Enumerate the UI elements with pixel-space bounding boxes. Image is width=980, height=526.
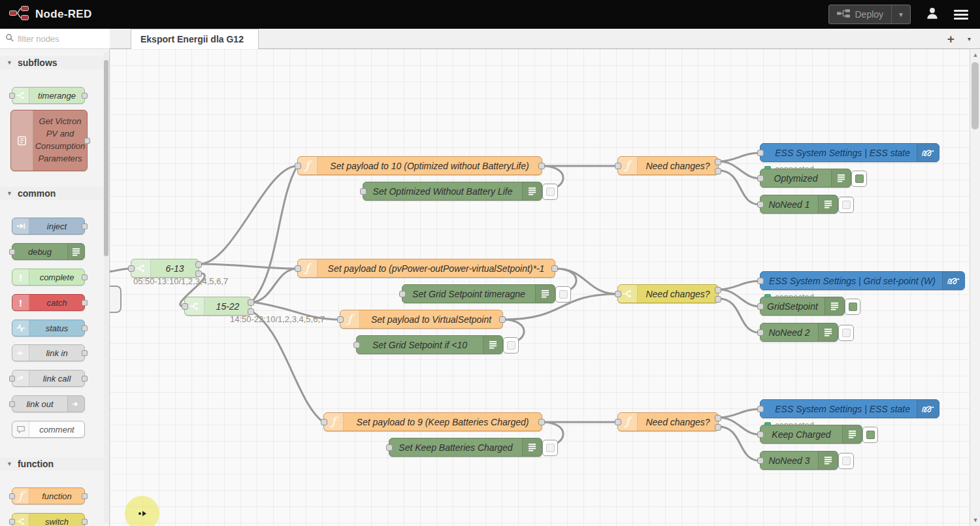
port-out[interactable] [499, 316, 506, 323]
palette-category-subflows[interactable]: ▼ subflows [0, 56, 105, 69]
palette-node-debug[interactable]: debug [12, 243, 85, 260]
port-out[interactable] [248, 308, 254, 315]
flow-node-ess-state-1[interactable]: ESS System Settings | ESS state [760, 143, 939, 162]
port-in[interactable] [615, 419, 621, 425]
flow-node-need-changes-1[interactable]: ƒ Need changes? [617, 156, 719, 175]
port-out[interactable] [195, 261, 202, 268]
palette-node-comment[interactable]: comment [12, 421, 85, 438]
flow-node-debug-noneed-3[interactable]: NoNeed 3 [760, 451, 838, 470]
port-in[interactable] [757, 175, 764, 182]
port-in[interactable] [757, 457, 764, 464]
flow-node-need-changes-2[interactable]: Need changes? [617, 284, 719, 303]
scrollbar-thumb[interactable] [972, 62, 979, 129]
debug-toggle-button[interactable] [838, 453, 854, 469]
add-flow-icon[interactable]: + [947, 32, 955, 46]
port-in[interactable] [615, 291, 621, 297]
palette-node-catch[interactable]: ! catch [12, 294, 85, 311]
port-out[interactable] [538, 419, 545, 425]
palette-node-function[interactable]: ƒ function [12, 487, 85, 504]
port-in[interactable] [757, 278, 764, 284]
palette-node-link-out[interactable]: link out [12, 395, 85, 412]
tab-eksport-energii[interactable]: Eksport Energii dla G12 [131, 29, 259, 49]
debug-toggle-button[interactable] [851, 171, 867, 187]
port-in[interactable] [182, 303, 188, 310]
palette-node-link-call[interactable]: link call [12, 370, 85, 387]
port-in[interactable] [128, 265, 135, 272]
port-in[interactable] [386, 444, 393, 451]
palette-node-inject[interactable]: inject [12, 218, 85, 235]
debug-toggle-button[interactable] [838, 325, 854, 341]
port-in[interactable] [295, 163, 301, 169]
flow-node-timerange-15-22[interactable]: 15-22 [184, 297, 252, 316]
port-out[interactable] [538, 163, 545, 169]
debug-toggle-button[interactable] [862, 427, 878, 443]
debug-toggle-button[interactable] [845, 299, 860, 315]
palette-node-timerange[interactable]: timerange [12, 87, 85, 104]
port-out[interactable] [715, 415, 721, 421]
debug-toggle-button[interactable] [555, 286, 571, 303]
port-out[interactable] [715, 168, 721, 174]
port-out[interactable] [715, 287, 721, 293]
palette-node-link-in[interactable]: link in [12, 344, 85, 361]
flow-node-debug-set-optimized[interactable]: Set Optimized Without Battery Life [363, 182, 542, 201]
palette-category-common[interactable]: ▼ common [0, 187, 105, 200]
port-in[interactable] [757, 329, 764, 336]
flow-node-ess-grid-setpoint[interactable]: ESS System Settings | Grid set-point (W) [760, 271, 965, 290]
palette-node-get-victron[interactable]: Get Victron PV and Consumption Parameter… [10, 110, 88, 171]
port-in[interactable] [353, 342, 360, 348]
port-in[interactable] [399, 291, 406, 297]
palette-category-function[interactable]: ▼ function [0, 457, 105, 470]
flow-node-debug-gridsetpoint[interactable]: GridSetpoint [760, 297, 845, 316]
port-in[interactable] [757, 431, 764, 438]
scroll-up-icon[interactable]: ▲ [970, 52, 980, 58]
port-out[interactable] [248, 299, 254, 306]
flow-node-set-payload-virtualsetpoint[interactable]: ƒ Set payload to VirtualSetpoint [340, 310, 503, 329]
port-in[interactable] [360, 188, 367, 195]
port-in[interactable] [757, 150, 764, 156]
port-in[interactable] [757, 201, 764, 208]
port-in[interactable] [757, 406, 764, 412]
flow-node-timerange-6-13[interactable]: 6-13 [131, 259, 199, 278]
flow-node-debug-grid-setpoint-if[interactable]: Set Grid Setpoint if <10 [356, 335, 503, 354]
flow-node-debug-grid-setpoint-timerange[interactable]: Set Grid Setpoint timeragne [402, 284, 555, 303]
main-menu-icon[interactable] [954, 10, 968, 20]
offscreen-node-edge[interactable] [110, 286, 122, 313]
port-out[interactable] [715, 159, 721, 165]
palette-node-status[interactable]: status [12, 320, 85, 337]
flow-canvas[interactable]: 05:50-13:10/1,2,3,4,5,6,7 14:50-22:10/1,… [110, 49, 970, 526]
palette-search[interactable] [0, 29, 110, 49]
palette-scrollbar[interactable] [104, 52, 108, 523]
flow-node-debug-optymized[interactable]: Optymized [760, 169, 851, 188]
user-icon[interactable] [925, 6, 939, 23]
port-in[interactable] [321, 419, 327, 425]
flow-node-debug-keep-batteries[interactable]: Set Keep Batteries Charged [389, 438, 542, 457]
port-out[interactable] [551, 265, 558, 272]
flow-node-debug-keep-charged[interactable]: Keep Charged [760, 425, 862, 444]
port-out[interactable] [195, 271, 202, 277]
port-out[interactable] [715, 424, 721, 431]
deploy-button[interactable]: Deploy ▼ [828, 5, 911, 24]
debug-toggle-button[interactable] [542, 440, 558, 456]
flow-node-debug-noneed-2[interactable]: NoNeed 2 [760, 323, 838, 342]
palette-node-complete[interactable]: ! complete [12, 269, 85, 286]
port-in[interactable] [757, 303, 764, 310]
palette-node-switch[interactable]: switch [12, 513, 85, 526]
flow-node-set-payload-pv[interactable]: ƒ Set payload to (pvPower-outPower-virtu… [297, 259, 555, 278]
flow-node-need-changes-3[interactable]: ƒ Need changes? [617, 412, 719, 431]
flow-node-ess-state-2[interactable]: ESS System Settings | ESS state [760, 399, 939, 418]
port-in[interactable] [295, 265, 301, 272]
debug-toggle-button[interactable] [542, 184, 558, 200]
flow-node-set-payload-10[interactable]: ƒ Set payload to 10 (Optimized without B… [297, 156, 542, 175]
flow-node-debug-noneed-1[interactable]: NoNeed 1 [760, 195, 838, 214]
port-in[interactable] [337, 316, 344, 323]
deploy-options-caret[interactable]: ▼ [891, 5, 910, 24]
port-in[interactable] [615, 163, 621, 169]
debug-toggle-button[interactable] [838, 197, 854, 213]
scroll-down-icon[interactable]: ▼ [970, 517, 980, 523]
port-out[interactable] [715, 296, 721, 303]
canvas-scrollbar[interactable]: ▲ ▼ [970, 49, 980, 526]
flow-list-caret-icon[interactable]: ▾ [968, 35, 971, 42]
debug-toggle-button[interactable] [503, 337, 519, 353]
search-input[interactable] [18, 34, 96, 44]
flow-node-set-payload-9[interactable]: ƒ Set payload to 9 (Keep Batteries Charg… [323, 412, 542, 431]
